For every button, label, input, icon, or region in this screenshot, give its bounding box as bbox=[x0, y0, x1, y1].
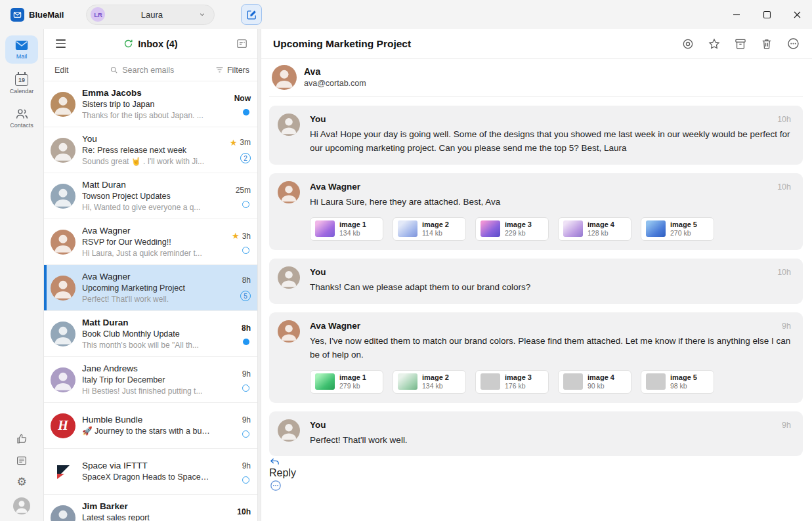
star-icon[interactable] bbox=[708, 37, 721, 51]
sender-avatar bbox=[51, 92, 75, 117]
email-sender: Matt Duran bbox=[82, 317, 210, 329]
inbox-title-group: Inbox (4) bbox=[66, 39, 236, 49]
archive-icon[interactable] bbox=[734, 37, 747, 51]
titlebar: BlueMail LR Laura bbox=[0, 0, 812, 29]
sender-name: Ava bbox=[304, 66, 366, 78]
account-name: Laura bbox=[110, 10, 193, 20]
email-time: 8h bbox=[242, 276, 251, 285]
email-time: 10h bbox=[237, 507, 251, 516]
reading-pane-header: Upcoming Marketing Project bbox=[261, 29, 812, 59]
email-sender: Emma Jacobs bbox=[82, 87, 210, 99]
email-list-item[interactable]: Ava Wagner Upcoming Marketing Project Pe… bbox=[44, 265, 257, 311]
email-list-item[interactable]: Jane Andrews Italy Trip for December Hi … bbox=[44, 357, 257, 403]
menu-icon[interactable] bbox=[56, 39, 66, 47]
read-circle-icon[interactable] bbox=[242, 201, 249, 208]
thread-count-badge[interactable]: 2 bbox=[240, 153, 251, 163]
attachment-name: image 1 bbox=[339, 373, 366, 382]
view-toggle-icon[interactable] bbox=[236, 37, 248, 50]
email-list-item[interactable]: You Re: Press release next week Sounds g… bbox=[44, 127, 257, 173]
app-name: BlueMail bbox=[29, 10, 64, 20]
email-list-item[interactable]: Emma Jacobs Sisters trip to Japan Thanks… bbox=[44, 81, 257, 127]
window-controls bbox=[721, 0, 812, 29]
attachment-thumbnail bbox=[646, 220, 666, 237]
bluemail-window: BlueMail LR Laura bbox=[0, 0, 812, 521]
email-preview: Sounds great 🤘 . I'll work with Ji... bbox=[82, 156, 210, 167]
star-icon: ★ bbox=[230, 138, 238, 147]
sender-avatar bbox=[51, 184, 75, 209]
sender-avatar bbox=[51, 276, 75, 301]
attachment-card[interactable]: image 3 176 kb bbox=[475, 370, 549, 394]
nav-label-mail: Mail bbox=[16, 53, 28, 60]
email-meta: ★ 8h 5 bbox=[217, 274, 251, 301]
email-list-item[interactable]: Jim Barker Latest sales report Hi Laura,… bbox=[44, 495, 257, 521]
gear-icon[interactable]: ⚙ bbox=[16, 476, 26, 488]
email-preview: Hi Laura, Just a quick reminder t... bbox=[82, 248, 210, 259]
concentric-circle-icon[interactable] bbox=[681, 37, 694, 51]
message-author: Ava Wagner bbox=[310, 321, 360, 331]
edit-button[interactable]: Edit bbox=[54, 66, 69, 75]
trash-icon[interactable] bbox=[760, 37, 773, 51]
refresh-icon[interactable] bbox=[123, 39, 133, 49]
nav-item-mail[interactable]: Mail bbox=[5, 35, 38, 64]
attachment-card[interactable]: image 4 90 kb bbox=[558, 370, 631, 394]
maximize-button[interactable] bbox=[752, 0, 782, 29]
search-input[interactable]: Search emails bbox=[69, 66, 215, 75]
attachment-card[interactable]: image 2 134 kb bbox=[393, 370, 466, 394]
email-list-item[interactable]: Matt Duran Towson Project Updates Hi, Wa… bbox=[44, 173, 257, 219]
email-preview: Thanks for the tips about Japan. ... bbox=[82, 110, 210, 121]
filters-button[interactable]: Filters bbox=[215, 66, 249, 75]
read-circle-icon[interactable] bbox=[242, 385, 249, 392]
attachment-row: image 1 134 kb image 2 bbox=[310, 217, 791, 241]
message-author-avatar bbox=[278, 266, 300, 289]
reply-button[interactable]: Reply bbox=[269, 456, 803, 492]
email-subject: Latest sales report bbox=[82, 512, 210, 521]
attachment-card[interactable]: image 5 98 kb bbox=[641, 370, 714, 394]
sender-avatar bbox=[51, 505, 75, 521]
more-options-icon[interactable] bbox=[786, 37, 800, 51]
email-list-item[interactable]: Space via IFTTT SpaceX Dragon Heads to S… bbox=[44, 449, 257, 495]
read-circle-icon[interactable] bbox=[242, 476, 249, 484]
attachment-card[interactable]: image 4 128 kb bbox=[558, 217, 631, 241]
attachment-card[interactable]: image 3 229 kb bbox=[475, 217, 549, 241]
attachment-thumbnail bbox=[315, 220, 335, 237]
message-bubble: You 10h Hi Ava! Hope your day is going w… bbox=[269, 106, 803, 165]
feed-icon[interactable] bbox=[16, 455, 28, 467]
email-sender: Jim Barker bbox=[82, 501, 210, 512]
email-list-item[interactable]: H Humble Bundle 🚀 Journey to the stars w… bbox=[44, 403, 257, 449]
message-author-avatar bbox=[278, 114, 300, 136]
email-list-item[interactable]: Matt Duran Book Club Monthly Update This… bbox=[44, 311, 257, 357]
message-thread-scroll[interactable]: Ava ava@cortab.com You 10h bbox=[261, 59, 812, 521]
account-switcher[interactable]: LR Laura bbox=[86, 5, 215, 25]
read-circle-icon[interactable] bbox=[242, 430, 249, 438]
close-button[interactable] bbox=[782, 0, 812, 29]
email-subject: Upcoming Marketing Project bbox=[82, 283, 210, 294]
email-summary: Emma Jacobs Sisters trip to Japan Thanks… bbox=[82, 87, 210, 121]
attachment-card[interactable]: image 1 279 kb bbox=[310, 370, 383, 394]
message-bubble: Ava Wagner 10h Hi Laura Sure, here they … bbox=[269, 173, 803, 250]
message-actions bbox=[681, 37, 800, 51]
email-summary: Jim Barker Latest sales report Hi Laura,… bbox=[82, 501, 210, 521]
email-summary: You Re: Press release next week Sounds g… bbox=[82, 133, 210, 167]
email-time: 9h bbox=[242, 369, 251, 379]
compose-button[interactable] bbox=[241, 4, 262, 25]
minimize-button[interactable] bbox=[721, 0, 752, 29]
thread-count-badge[interactable]: 5 bbox=[240, 291, 251, 301]
email-sender: Jane Andrews bbox=[82, 363, 210, 375]
attachment-card[interactable]: image 2 114 kb bbox=[393, 217, 466, 241]
message-time: 9h bbox=[782, 322, 791, 331]
attachment-name: image 3 bbox=[505, 373, 532, 382]
nav-item-contacts[interactable]: Contacts bbox=[5, 104, 38, 133]
unread-dot-icon bbox=[243, 109, 249, 115]
email-list-item[interactable]: Ava Wagner RSVP for Our Wedding!! Hi Lau… bbox=[44, 219, 257, 265]
reply-more-options-icon[interactable] bbox=[269, 479, 803, 492]
attachment-card[interactable]: image 5 270 kb bbox=[641, 217, 714, 241]
sender-avatar bbox=[51, 138, 75, 163]
message-bubble: You 10h Thanks! Can we please adapt them… bbox=[269, 259, 803, 304]
attachment-thumbnail bbox=[481, 373, 500, 390]
nav-item-calendar[interactable]: 19 Calendar bbox=[5, 69, 38, 98]
read-circle-icon[interactable] bbox=[242, 247, 249, 254]
email-meta: ★ Now bbox=[217, 93, 251, 115]
user-avatar[interactable] bbox=[13, 497, 30, 514]
thumbs-up-icon[interactable] bbox=[16, 433, 28, 445]
attachment-card[interactable]: image 1 134 kb bbox=[310, 217, 383, 241]
